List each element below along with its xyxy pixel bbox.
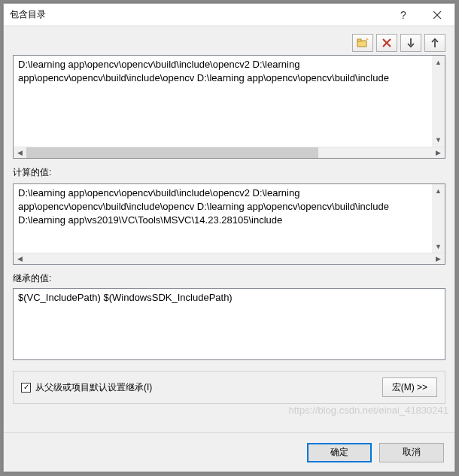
hscroll-thumb[interactable]: [26, 147, 318, 158]
computed-paths-panel: D:\learning app\opencv\opencv\build\incl…: [13, 183, 445, 265]
checkbox-icon[interactable]: ✓: [21, 383, 31, 393]
cancel-button[interactable]: 取消: [379, 443, 444, 462]
help-button[interactable]: ?: [385, 4, 420, 26]
close-button[interactable]: [420, 4, 454, 26]
delete-button[interactable]: [376, 34, 397, 52]
editable-paths-panel: D:\learning app\opencv\opencv\build\incl…: [13, 55, 445, 159]
client-area: D:\learning app\opencv\opencv\build\incl…: [4, 26, 454, 432]
arrow-up-icon: [430, 38, 439, 48]
scroll-up-icon[interactable]: ▲: [432, 184, 445, 197]
ok-button[interactable]: 确定: [307, 443, 372, 462]
editable-vscrollbar[interactable]: ▲ ▼: [432, 56, 445, 147]
move-up-button[interactable]: [424, 34, 445, 52]
close-icon: [433, 11, 441, 19]
svg-rect-4: [357, 39, 361, 41]
new-folder-icon: [357, 38, 369, 48]
svg-text:?: ?: [400, 10, 406, 20]
scroll-right-icon[interactable]: ▶: [432, 253, 445, 264]
scroll-left-icon[interactable]: ◀: [14, 147, 26, 158]
scroll-up-icon[interactable]: ▲: [432, 56, 445, 68]
computed-vscrollbar[interactable]: ▲ ▼: [432, 184, 445, 253]
help-icon: ?: [399, 10, 406, 20]
dialog-window: 包含目录 ? D:\learning app\opencv\opencv: [3, 3, 455, 472]
inherited-paths-list: $(VC_IncludePath) $(WindowsSDK_IncludePa…: [14, 289, 445, 359]
scroll-down-icon[interactable]: ▼: [432, 134, 445, 147]
inherit-checkbox[interactable]: ✓ 从父级或项目默认设置继承(I): [21, 381, 382, 394]
computed-paths-list: D:\learning app\opencv\opencv\build\incl…: [14, 184, 432, 253]
title-bar[interactable]: 包含目录 ?: [4, 4, 454, 26]
computed-hscrollbar[interactable]: ◀ ▶: [14, 253, 445, 264]
macro-button[interactable]: 宏(M) >>: [382, 377, 437, 397]
window-title: 包含目录: [10, 8, 385, 21]
scroll-left-icon[interactable]: ◀: [14, 253, 26, 264]
svg-marker-5: [366, 38, 369, 40]
toolbar: [13, 34, 445, 52]
scroll-right-icon[interactable]: ▶: [432, 147, 445, 158]
editable-paths-list[interactable]: D:\learning app\opencv\opencv\build\incl…: [14, 56, 432, 147]
dialog-button-bar: 确定 取消: [4, 432, 454, 471]
move-down-button[interactable]: [400, 34, 421, 52]
inherited-paths-panel: $(VC_IncludePath) $(WindowsSDK_IncludePa…: [13, 288, 445, 360]
inherited-label: 继承的值:: [13, 272, 445, 285]
watermark: https://blog.csdn.net/einai_41830241: [288, 405, 448, 416]
computed-label: 计算的值:: [13, 166, 445, 179]
inherit-checkbox-label: 从父级或项目默认设置继承(I): [35, 381, 152, 394]
options-row: ✓ 从父级或项目默认设置继承(I) 宏(M) >>: [13, 371, 445, 404]
new-folder-button[interactable]: [352, 34, 373, 52]
scroll-down-icon[interactable]: ▼: [432, 240, 445, 253]
delete-icon: [381, 38, 392, 48]
editable-hscrollbar[interactable]: ◀ ▶: [14, 147, 445, 158]
arrow-down-icon: [406, 38, 415, 48]
